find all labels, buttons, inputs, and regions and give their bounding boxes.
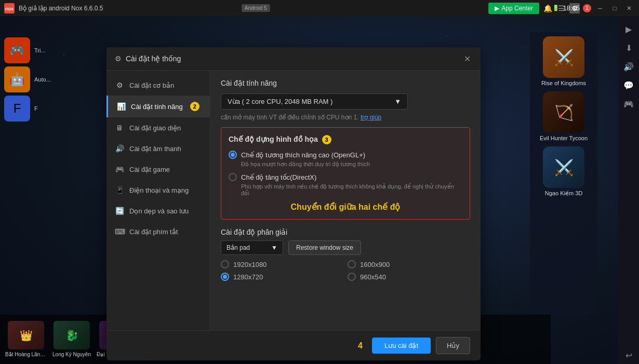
nav-item-clean[interactable]: 🔄 Dọn dẹp và sao lưu [106, 200, 210, 221]
nav-item-interface[interactable]: 🖥 Cài đặt giao diện [106, 117, 210, 138]
thumb-label-long-ky: Long Ký Nguyên [52, 352, 91, 358]
sidebar-icon-download[interactable]: ⬇ [620, 39, 637, 57]
nav-item-basic[interactable]: ⚙ Cài đặt cơ bản [106, 75, 210, 96]
dialog-body: ⚙ Cài đặt cơ bản 📊 Cài đặt tính năng 2 🖥… [106, 71, 481, 330]
nav-label-performance: Cài đặt tính năng [131, 103, 183, 111]
left-apps: 🎮 Tri... 🤖 Auto... F F [0, 32, 104, 315]
game-label-nk3d: Ngao Kiếm 3D [545, 190, 582, 197]
res-radio-960[interactable] [348, 273, 356, 281]
restore-window-button[interactable]: Restore window size [288, 240, 361, 255]
game-item-eht[interactable]: 🏹 Evil Hunter Tycoon [534, 91, 593, 141]
res-label-1600: 1600x900 [360, 261, 390, 268]
game-label-eht: Evil Hunter Tycoon [540, 135, 588, 141]
nav-icon-game: 🎮 [115, 165, 124, 173]
game-item-nk3d[interactable]: ⚔️ Ngao Kiếm 3D [534, 146, 593, 197]
time-display: 18:45 [563, 4, 580, 12]
wifi-icon: ▼ [544, 5, 550, 11]
nav-label-sound: Cài đặt âm thanh [129, 145, 181, 153]
app-center-button[interactable]: ▶ App Center [488, 3, 539, 14]
thumb-icon-long-ky: 🐉 [54, 321, 90, 349]
nav-item-hotkey[interactable]: ⌨ Cài đặt phím tắt [106, 221, 210, 242]
opengl-radio[interactable] [229, 151, 237, 159]
dialog-title: Cài đặt hệ thống [126, 55, 181, 63]
opengl-label: Chế độ tương thích nâng cao (OpenGL+) [241, 151, 365, 159]
thumb-label-bat-hoang: Bắt Hoàng Lãnh Chủ M... [5, 352, 47, 358]
resolution-preset-value: Bản pad [227, 244, 250, 251]
dialog-header: ⚙ Cài đặt hệ thống ✕ [106, 47, 481, 71]
res-radio-1280[interactable] [221, 273, 229, 281]
settings-dialog: ⚙ Cài đặt hệ thống ✕ ⚙ Cài đặt cơ bản 📊 … [106, 47, 481, 348]
directx-radio-row[interactable]: Chế độ tăng tốc(DirectX) [229, 173, 462, 181]
perf-section-title: Cài đặt tính năng [221, 79, 470, 87]
nav-icon-performance: 📊 [116, 102, 126, 111]
nav-label-basic: Cài đặt cơ bản [129, 82, 174, 89]
cpu-ram-select[interactable]: Vừa ( 2 core CPU, 2048 MB RAM ) ▼ [221, 93, 408, 110]
dialog-nav: ⚙ Cài đặt cơ bản 📊 Cài đặt tính năng 2 🖥… [106, 71, 210, 330]
graphics-section: Chế độ dựng hình đồ họa 3 Chế độ tương t… [221, 127, 470, 220]
res-1920[interactable]: 1920x1080 [221, 260, 343, 268]
sidebar-icon-chat[interactable]: 💬 [620, 76, 637, 94]
res-1280[interactable]: 1280x720 [221, 273, 343, 281]
app-center-label: App Center [501, 5, 533, 12]
nav-label-phone: Điện thoại và mạng [129, 186, 189, 194]
game-icon-eht: 🏹 [543, 91, 584, 133]
res-radio-1600[interactable] [348, 260, 356, 268]
resolution-preset-select[interactable]: Bản pad ▼ [221, 240, 283, 255]
res-label-1280: 1280x720 [233, 273, 263, 281]
nox-logo: nox [3, 2, 16, 15]
nav-icon-hotkey: ⌨ [115, 227, 124, 236]
close-button[interactable]: ✕ [623, 3, 635, 14]
cancel-button[interactable]: Hủy [436, 337, 470, 354]
opengl-option: Chế độ tương thích nâng cao (OpenGL+) Đồ… [229, 151, 462, 168]
android-badge: Android 5 [242, 4, 270, 12]
sidebar-icon-play[interactable]: ▶ [620, 20, 637, 38]
maximize-button[interactable]: □ [609, 3, 620, 14]
game-label-rok: Rise of Kingdoms [541, 80, 586, 86]
list-item[interactable]: 🤖 Auto... [4, 66, 100, 92]
resolution-controls: Bản pad ▼ Restore window size [221, 240, 470, 255]
nav-label-clean: Dọn dẹp và sao lưu [129, 207, 189, 215]
dialog-close-button[interactable]: ✕ [462, 53, 472, 64]
list-item[interactable]: F F [4, 96, 100, 122]
res-1600[interactable]: 1600x900 [348, 260, 470, 268]
directx-label: Chế độ tăng tốc(DirectX) [241, 173, 316, 181]
resolution-grid: 1920x1080 1600x900 1280x720 960x540 [221, 260, 470, 281]
app-icon-tri: 🎮 [4, 37, 30, 63]
res-960[interactable]: 960x540 [348, 273, 470, 281]
directx-radio[interactable] [229, 173, 237, 181]
main-content: 🎮 Tri... 🤖 Auto... F F ⚔️ Rise of Kingdo… [0, 16, 618, 364]
titlebar: nox Bộ giả lập android Nox 6.6.0.5 Andro… [0, 0, 639, 16]
game-thumb-bat-hoang[interactable]: 👑 Bắt Hoàng Lãnh Chủ M... [5, 321, 47, 358]
play-icon: ▶ [495, 5, 499, 12]
res-label-1920: 1920x1080 [233, 261, 267, 268]
cpu-dropdown-row: Vừa ( 2 core CPU, 2048 MB RAM ) ▼ [221, 93, 470, 110]
nav-item-phone[interactable]: 📱 Điện thoại và mạng [106, 180, 210, 200]
dropdown-arrow-icon: ▼ [394, 98, 401, 105]
opengl-radio-row[interactable]: Chế độ tương thích nâng cao (OpenGL+) [229, 151, 462, 159]
nav-item-sound[interactable]: 🔊 Cài đặt âm thanh [106, 138, 210, 159]
cpu-ram-value: Vừa ( 2 core CPU, 2048 MB RAM ) [228, 98, 332, 105]
svg-text:nox: nox [5, 6, 14, 11]
nav-item-performance[interactable]: 📊 Cài đặt tính năng 2 [106, 96, 210, 117]
help-link[interactable]: trợ giúp [361, 114, 381, 121]
game-icon-rok: ⚔️ [543, 36, 584, 78]
game-thumb-long-ky[interactable]: 🐉 Long Ký Nguyên [51, 321, 92, 358]
right-games-panel: ⚔️ Rise of Kingdoms 🏹 Evil Hunter Tycoon… [530, 32, 597, 315]
nav-item-game[interactable]: 🎮 Cài đặt game [106, 159, 210, 180]
directx-option: Chế độ tăng tốc(DirectX) Phù hợp với máy… [229, 173, 462, 197]
game-item-rok[interactable]: ⚔️ Rise of Kingdoms [534, 36, 593, 86]
list-item[interactable]: 🎮 Tri... [4, 37, 100, 63]
res-radio-1920[interactable] [221, 260, 229, 268]
app-icon-auto: 🤖 [4, 66, 30, 92]
app-label-f: F [34, 105, 38, 112]
sidebar-icon-gamepad[interactable]: 🎮 [620, 95, 637, 113]
sidebar-icon-volume[interactable]: 🔊 [620, 58, 637, 75]
sidebar-icon-back[interactable]: ↩ [620, 346, 637, 364]
app-title: Bộ giả lập android Nox 6.6.0.5 [19, 5, 237, 12]
minimize-button[interactable]: ─ [594, 3, 606, 14]
nav-icon-clean: 🔄 [115, 207, 124, 215]
help-text: cần mở máy tính VT để điều chỉnh số CPU … [221, 114, 470, 121]
nav-label-game: Cài đặt game [129, 166, 170, 173]
save-button[interactable]: Lưu cài đặt [372, 338, 431, 354]
nav-label-interface: Cài đặt giao diện [129, 124, 181, 132]
